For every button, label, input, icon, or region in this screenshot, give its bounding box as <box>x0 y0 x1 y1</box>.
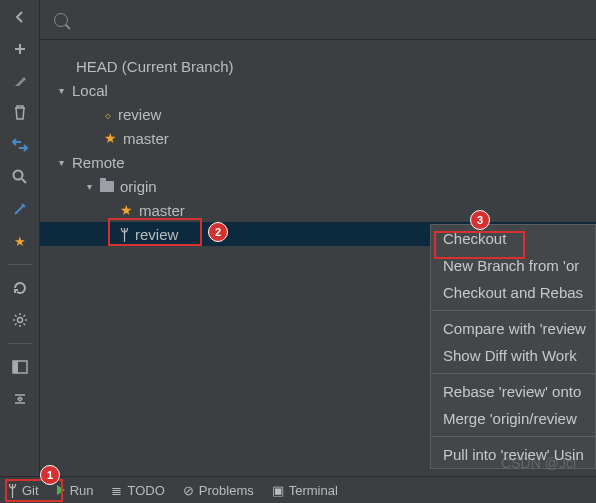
todo-tab[interactable]: ≣ TODO <box>111 483 164 498</box>
head-branch-row[interactable]: HEAD (Current Branch) <box>40 54 596 78</box>
callout-2: 2 <box>208 222 228 242</box>
problems-tab[interactable]: ⊘ Problems <box>183 483 254 498</box>
svg-rect-3 <box>13 361 18 373</box>
git-label: Git <box>22 483 39 498</box>
menu-checkout[interactable]: Checkout <box>431 225 595 252</box>
bottom-bar: ᛘ Git Run ≣ TODO ⊘ Problems ▣ Terminal <box>0 476 596 503</box>
todo-label: TODO <box>127 483 164 498</box>
search-icon[interactable] <box>9 166 31 188</box>
local-label: Local <box>72 82 108 99</box>
remote-branch-master[interactable]: ★ master <box>40 198 596 222</box>
terminal-icon: ▣ <box>272 483 284 498</box>
problems-label: Problems <box>199 483 254 498</box>
local-group[interactable]: ▾ Local <box>40 78 596 102</box>
wand-icon[interactable] <box>9 198 31 220</box>
svg-point-0 <box>13 171 22 180</box>
callout-1: 1 <box>40 465 60 485</box>
branch-icon: ᛘ <box>8 482 17 499</box>
compare-arrows-icon[interactable] <box>9 134 31 156</box>
play-icon <box>57 485 65 495</box>
branch-label: master <box>139 202 185 219</box>
git-tab[interactable]: ᛘ Git <box>8 482 39 499</box>
plus-icon[interactable] <box>9 38 31 60</box>
collapse-icon[interactable] <box>9 388 31 410</box>
branch-icon: ᛘ <box>120 226 129 243</box>
toolbar-separator <box>8 343 32 344</box>
chevron-down-icon: ▾ <box>56 157 66 168</box>
branch-label: master <box>123 130 169 147</box>
branch-context-menu: Checkout New Branch from 'or Checkout an… <box>430 224 596 469</box>
local-branch-master[interactable]: ★ master <box>40 126 596 150</box>
back-icon[interactable] <box>9 6 31 28</box>
menu-separator <box>431 373 595 374</box>
menu-new-branch[interactable]: New Branch from 'or <box>431 252 595 279</box>
toolbar-separator <box>8 264 32 265</box>
chevron-down-icon: ▾ <box>84 181 94 192</box>
menu-checkout-rebase[interactable]: Checkout and Rebas <box>431 279 595 306</box>
origin-group[interactable]: ▾ origin <box>40 174 596 198</box>
search-bar[interactable] <box>40 0 596 40</box>
menu-show-diff[interactable]: Show Diff with Work <box>431 342 595 369</box>
branch-label: review <box>118 106 161 123</box>
branch-label: review <box>135 226 178 243</box>
menu-separator <box>431 436 595 437</box>
watermark: CSDN @Jcl <box>501 455 576 471</box>
folder-icon <box>100 181 114 192</box>
callout-3: 3 <box>470 210 490 230</box>
star-icon: ★ <box>120 202 133 218</box>
list-icon: ≣ <box>111 483 122 498</box>
left-toolbar: ★ <box>0 0 40 476</box>
tag-icon: ⬦ <box>104 107 112 122</box>
menu-merge[interactable]: Merge 'origin/review <box>431 405 595 432</box>
favorite-icon[interactable]: ★ <box>9 230 31 252</box>
head-label: HEAD (Current Branch) <box>76 58 234 75</box>
origin-label: origin <box>120 178 157 195</box>
chevron-down-icon: ▾ <box>56 85 66 96</box>
menu-rebase[interactable]: Rebase 'review' onto <box>431 378 595 405</box>
svg-point-1 <box>17 318 22 323</box>
remote-label: Remote <box>72 154 125 171</box>
star-icon: ★ <box>104 130 117 146</box>
trash-icon[interactable] <box>9 102 31 124</box>
run-label: Run <box>70 483 94 498</box>
menu-compare[interactable]: Compare with 'review <box>431 315 595 342</box>
menu-separator <box>431 310 595 311</box>
refresh-icon[interactable] <box>9 277 31 299</box>
magnifier-icon <box>54 13 68 27</box>
layout-icon[interactable] <box>9 356 31 378</box>
alert-icon: ⊘ <box>183 483 194 498</box>
terminal-label: Terminal <box>289 483 338 498</box>
remote-group[interactable]: ▾ Remote <box>40 150 596 174</box>
terminal-tab[interactable]: ▣ Terminal <box>272 483 338 498</box>
gear-icon[interactable] <box>9 309 31 331</box>
run-tab[interactable]: Run <box>57 483 94 498</box>
local-branch-review[interactable]: ⬦ review <box>40 102 596 126</box>
edit-icon[interactable] <box>9 70 31 92</box>
